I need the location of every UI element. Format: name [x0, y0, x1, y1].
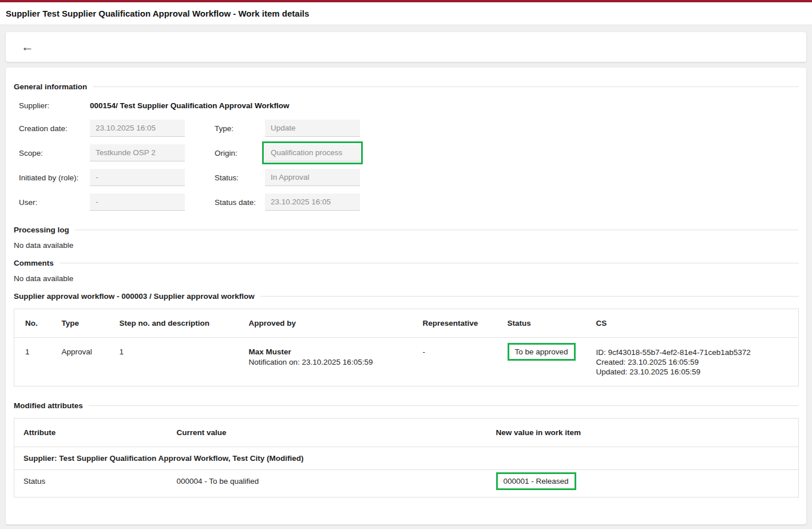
section-title-modified-attributes: Modified attributes: [14, 401, 83, 410]
workflow-step-row: 1 Approval 1 Max Muster Notification on:…: [14, 338, 799, 386]
initiated-by-role-label: Initiated by (role):: [19, 173, 90, 182]
modified-attributes-table-head: Attribute Current value New value in wor…: [14, 419, 799, 447]
section-rule: [93, 86, 799, 87]
approver-notification: Notification on: 23.10.2025 16:05:59: [249, 357, 405, 367]
cs-id: ID: 9cf43018-55b7-4ef2-81e4-71ceb1ab5372: [596, 348, 792, 357]
modified-attributes-table: Attribute Current value New value in wor…: [14, 418, 799, 498]
approver-name: Max Muster: [249, 348, 405, 356]
scope-label: Scope:: [19, 149, 90, 157]
comments-empty-text: No data available: [14, 274, 799, 283]
back-arrow-icon: ←: [21, 40, 34, 54]
status-date-field[interactable]: 23.10.2025 16:05: [265, 194, 360, 211]
cell-attribute: Status: [14, 470, 168, 498]
field-row-4: User: - Status date: 23.10.2025 16:05: [19, 194, 799, 211]
content-area: ← General information Supplier: 000154/ …: [0, 25, 812, 529]
column-header-new-value: New value in work item: [487, 419, 799, 447]
modified-attribute-row: Status 000004 - To be qualified 000001 -…: [14, 470, 799, 498]
new-value-text: 000001 - Released: [504, 477, 569, 485]
user-field[interactable]: -: [90, 194, 185, 211]
initiated-by-role-field[interactable]: -: [90, 169, 185, 186]
work-item-details-card: General information Supplier: 000154/ Te…: [6, 68, 806, 524]
supplier-label: Supplier:: [19, 101, 90, 110]
back-button[interactable]: ←: [16, 35, 39, 58]
type-field[interactable]: Update: [265, 120, 360, 137]
supplier-row: Supplier: 000154/ Test Supplier Qualific…: [19, 101, 799, 110]
column-header-no: No.: [14, 309, 51, 338]
column-header-attribute: Attribute: [14, 419, 168, 447]
cell-step: 1: [109, 338, 238, 386]
column-header-current-value: Current value: [168, 419, 487, 447]
section-title-comments: Comments: [14, 259, 54, 267]
cell-approved-by: Max Muster Notification on: 23.10.2025 1…: [238, 338, 412, 386]
section-header-approval-workflow: Supplier approval workflow - 000003 / Su…: [14, 292, 799, 301]
toolbar-card: ←: [6, 32, 806, 62]
approval-workflow-table: No. Type Step no. and description Approv…: [14, 309, 799, 386]
general-fields: Creation date: 23.10.2025 16:05 Type: Up…: [19, 120, 799, 211]
section-title-processing-log: Processing log: [14, 226, 69, 234]
modified-supplier-group-row: Supplier: Test Supplier Qualification Ap…: [14, 447, 799, 470]
cs-updated: Updated: 23.10.2025 16:05:59: [596, 367, 792, 377]
new-value-highlight-box: 000001 - Released: [496, 472, 576, 490]
cell-representative: -: [412, 338, 497, 386]
section-header-processing-log: Processing log: [14, 226, 799, 234]
origin-label: Origin:: [215, 149, 265, 157]
column-header-type: Type: [51, 309, 109, 338]
section-header-general-information: General information: [14, 82, 799, 91]
app-header: Supplier Test Supplier Qualification App…: [0, 2, 812, 25]
creation-date-label: Creation date:: [19, 124, 90, 133]
status-highlight-box: To be approved: [508, 343, 576, 361]
modified-supplier-group-header: Supplier: Test Supplier Qualification Ap…: [14, 447, 799, 470]
scope-field[interactable]: Testkunde OSP 2: [90, 144, 185, 161]
approval-workflow-table-head: No. Type Step no. and description Approv…: [14, 309, 799, 338]
column-header-step: Step no. and description: [109, 309, 238, 338]
field-row-3: Initiated by (role): - Status: In Approv…: [19, 169, 799, 186]
status-label: Status:: [215, 173, 265, 182]
cell-new-value: 000001 - Released: [487, 470, 799, 498]
table-header-row: No. Type Step no. and description Approv…: [14, 309, 799, 338]
column-header-approved-by: Approved by: [238, 309, 412, 338]
cell-no: 1: [14, 338, 51, 386]
cell-current-value: 000004 - To be qualified: [168, 470, 487, 498]
cell-type: Approval: [51, 338, 109, 386]
type-label: Type:: [215, 124, 265, 133]
section-title-general-information: General information: [14, 82, 87, 91]
table-header-row: Attribute Current value New value in wor…: [14, 419, 799, 447]
section-rule: [75, 230, 799, 230]
status-field[interactable]: In Approval: [265, 169, 360, 186]
field-row-1: Creation date: 23.10.2025 16:05 Type: Up…: [19, 120, 799, 137]
general-information-body: Supplier: 000154/ Test Supplier Qualific…: [14, 101, 799, 211]
status-date-label: Status date:: [215, 198, 265, 207]
user-label: User:: [19, 198, 90, 207]
section-rule: [60, 263, 799, 263]
cell-status: To be approved: [497, 338, 585, 386]
field-row-2: Scope: Testkunde OSP 2 Origin: Qualifica…: [19, 144, 799, 161]
section-header-modified-attributes: Modified attributes: [14, 401, 799, 410]
processing-log-empty-text: No data available: [14, 241, 799, 250]
column-header-cs: CS: [585, 309, 799, 338]
cs-created: Created: 23.10.2025 16:05:59: [596, 357, 792, 367]
section-header-comments: Comments: [14, 259, 799, 267]
column-header-status: Status: [497, 309, 585, 338]
workflow-status-text: To be approved: [515, 348, 568, 356]
origin-field[interactable]: Qualification process: [265, 144, 360, 161]
section-title-approval-workflow: Supplier approval workflow - 000003 / Su…: [14, 292, 255, 301]
supplier-value: 000154/ Test Supplier Qualification Appr…: [90, 101, 290, 110]
creation-date-field[interactable]: 23.10.2025 16:05: [90, 120, 185, 137]
approval-workflow-table-body: 1 Approval 1 Max Muster Notification on:…: [14, 338, 799, 386]
cell-cs: ID: 9cf43018-55b7-4ef2-81e4-71ceb1ab5372…: [585, 338, 799, 386]
modified-attributes-table-body: Supplier: Test Supplier Qualification Ap…: [14, 447, 799, 498]
section-rule: [89, 405, 799, 406]
page-title: Supplier Test Supplier Qualification App…: [6, 9, 309, 18]
column-header-representative: Representative: [412, 309, 497, 338]
section-rule: [260, 296, 799, 297]
